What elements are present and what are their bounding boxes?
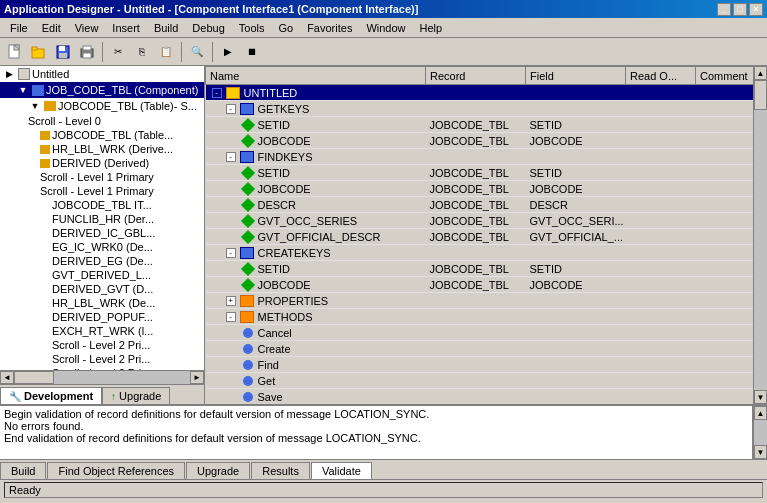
menu-tools[interactable]: Tools [233, 21, 271, 35]
tree-scroll-2a[interactable]: Scroll - Level 2 Pri... [0, 338, 204, 352]
expand-untitled[interactable]: - [212, 88, 222, 98]
ci-row-create[interactable]: Create [206, 341, 754, 357]
ci-row-untitled[interactable]: - UNTITLED [206, 85, 754, 101]
menu-help[interactable]: Help [414, 21, 449, 35]
ci-row-getkeys[interactable]: - GETKEYS [206, 101, 754, 117]
tree-jobcode-tbl-table[interactable]: ▼ JOBCODE_TBL (Table)- S... [0, 98, 204, 114]
tree-derived-gvt[interactable]: DERIVED_GVT (D... [0, 282, 204, 296]
ci-row-find[interactable]: Find [206, 357, 754, 373]
ci-row-setid-fk[interactable]: SETID JOBCODE_TBL SETID [206, 165, 754, 181]
log-scroll-up[interactable]: ▲ [754, 406, 767, 420]
toolbar-save[interactable] [52, 41, 74, 63]
tree-gvt-derived[interactable]: GVT_DERIVED_L... [0, 268, 204, 282]
menu-go[interactable]: Go [272, 21, 299, 35]
ci-row-jobcode-fk[interactable]: JOBCODE JOBCODE_TBL JOBCODE [206, 181, 754, 197]
toolbar-new[interactable] [4, 41, 26, 63]
tree-hr-lbl-wrk[interactable]: HR_LBL_WRK (Derive... [0, 142, 204, 156]
toolbar-find[interactable]: 🔍 [186, 41, 208, 63]
log-scroll-v[interactable]: ▲ ▼ [753, 406, 767, 459]
toolbar-open[interactable] [28, 41, 50, 63]
toolbar-copy[interactable]: ⎘ [131, 41, 153, 63]
scroll-track-h [14, 371, 190, 384]
tree-label-dic: DERIVED_IC_GBL... [52, 227, 155, 239]
tree-scroll-1a[interactable]: Scroll - Level 1 Primary [0, 170, 204, 184]
maximize-button[interactable]: □ [733, 3, 747, 16]
expand-methods[interactable]: - [226, 312, 236, 322]
toolbar-paste[interactable]: 📋 [155, 41, 177, 63]
close-button[interactable]: × [749, 3, 763, 16]
tab-development[interactable]: 🔧 Development [0, 387, 102, 404]
scroll-up-btn[interactable]: ▲ [754, 66, 767, 80]
menu-build[interactable]: Build [148, 21, 184, 35]
ci-row-setid-ck[interactable]: SETID JOBCODE_TBL SETID [206, 261, 754, 277]
scroll-left-btn[interactable]: ◄ [0, 371, 14, 384]
ci-row-save[interactable]: Save [206, 389, 754, 405]
menu-favorites[interactable]: Favorites [301, 21, 358, 35]
scroll-down-btn[interactable]: ▼ [754, 390, 767, 404]
ci-comment-save [696, 389, 754, 405]
ci-row-gvt-off[interactable]: GVT_OFFICIAL_DESCR JOBCODE_TBL GVT_OFFIC… [206, 229, 754, 245]
ci-row-jobcode-ck[interactable]: JOBCODE JOBCODE_TBL JOBCODE [206, 277, 754, 293]
log-content[interactable]: Begin validation of record definitions f… [0, 406, 753, 459]
tree-hr-lbl-wrk2[interactable]: HR_LBL_WRK (De... [0, 296, 204, 310]
tree-funclib[interactable]: FUNCLIB_HR (Der... [0, 212, 204, 226]
tree-derived-ic[interactable]: DERIVED_IC_GBL... [0, 226, 204, 240]
ci-row-get[interactable]: Get [206, 373, 754, 389]
tree-jobcode-tbl2[interactable]: JOBCODE_TBL (Table... [0, 128, 204, 142]
scroll-thumb-h[interactable] [14, 371, 54, 384]
tab-validate[interactable]: Validate [311, 462, 372, 479]
menu-edit[interactable]: Edit [36, 21, 67, 35]
log-scroll-down[interactable]: ▼ [754, 445, 767, 459]
ci-tree-area[interactable]: Name Record Field Read O... Comment [205, 66, 753, 404]
tree-job-code-tbl[interactable]: ▼ JOB_CODE_TBL (Component) [0, 82, 204, 98]
minimize-button[interactable]: _ [717, 3, 731, 16]
tree-scroll-2b[interactable]: Scroll - Level 2 Pri... [0, 352, 204, 366]
tab-upgrade-bottom[interactable]: Upgrade [186, 462, 250, 479]
tree-eg-ic[interactable]: EG_IC_WRK0 (De... [0, 240, 204, 254]
tree-root-untitled[interactable]: ▶ Untitled [0, 66, 204, 82]
tree-jobcode-it[interactable]: JOBCODE_TBL IT... [0, 198, 204, 212]
expand-findkeys[interactable]: - [226, 152, 236, 162]
ci-rec-setid-gk: JOBCODE_TBL [426, 117, 526, 133]
tree-derived[interactable]: DERIVED (Derived) [0, 156, 204, 170]
expand-createkeys[interactable]: - [226, 248, 236, 258]
left-tree[interactable]: ▶ Untitled ▼ JOB_CODE_TBL (Component) ▼ … [0, 66, 204, 370]
menu-file[interactable]: File [4, 21, 34, 35]
tree-derived-pop[interactable]: DERIVED_POPUF... [0, 310, 204, 324]
toolbar-stop[interactable]: ⏹ [241, 41, 263, 63]
tree-scroll-0[interactable]: Scroll - Level 0 [0, 114, 204, 128]
ci-row-createkeys[interactable]: - CREATEKEYS [206, 245, 754, 261]
tab-results[interactable]: Results [251, 462, 310, 479]
tree-exch-rt[interactable]: EXCH_RT_WRK (l... [0, 324, 204, 338]
left-scroll-h[interactable]: ◄ ► [0, 370, 204, 384]
ci-row-setid-gk[interactable]: SETID JOBCODE_TBL SETID [206, 117, 754, 133]
ci-rec-descr: JOBCODE_TBL [426, 197, 526, 213]
toolbar-cut[interactable]: ✂ [107, 41, 129, 63]
tree-scroll-1b[interactable]: Scroll - Level 1 Primary [0, 184, 204, 198]
tree-derived-eg[interactable]: DERIVED_EG (De... [0, 254, 204, 268]
ci-row-findkeys[interactable]: - FINDKEYS [206, 149, 754, 165]
ci-ro-createkeys [626, 245, 696, 261]
tab-build[interactable]: Build [0, 462, 46, 479]
scroll-right-btn[interactable]: ► [190, 371, 204, 384]
ci-row-descr[interactable]: DESCR JOBCODE_TBL DESCR [206, 197, 754, 213]
menu-view[interactable]: View [69, 21, 105, 35]
ci-row-gvt-occ[interactable]: GVT_OCC_SERIES JOBCODE_TBL GVT_OCC_SERI.… [206, 213, 754, 229]
toolbar-run[interactable]: ▶ [217, 41, 239, 63]
tab-find-refs[interactable]: Find Object References [47, 462, 185, 479]
label-gvt-occ: GVT_OCC_SERIES [258, 215, 358, 227]
ci-row-cancel[interactable]: Cancel [206, 325, 754, 341]
menu-insert[interactable]: Insert [106, 21, 146, 35]
ci-row-properties[interactable]: + PROPERTIES [206, 293, 754, 309]
ci-row-jobcode-gk[interactable]: JOBCODE JOBCODE_TBL JOBCODE [206, 133, 754, 149]
toolbar-print[interactable] [76, 41, 98, 63]
scroll-thumb-v[interactable] [754, 80, 767, 110]
ci-comment-setid-gk [696, 117, 754, 133]
menu-window[interactable]: Window [360, 21, 411, 35]
menu-debug[interactable]: Debug [186, 21, 230, 35]
ci-row-methods[interactable]: - METHODS [206, 309, 754, 325]
tab-upgrade[interactable]: ↑ Upgrade [102, 387, 170, 404]
expand-getkeys[interactable]: - [226, 104, 236, 114]
expand-properties[interactable]: + [226, 296, 236, 306]
ci-scroll-v[interactable]: ▲ ▼ [753, 66, 767, 404]
